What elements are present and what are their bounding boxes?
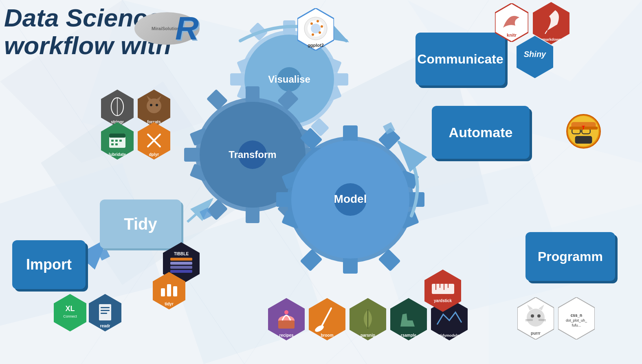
tidyr-hex: tidyr (153, 272, 185, 311)
svg-rect-25 (237, 57, 254, 73)
svg-rect-15 (283, 20, 295, 35)
svg-rect-93 (111, 140, 114, 142)
svg-point-162 (527, 309, 545, 327)
svg-point-76 (319, 31, 321, 34)
parsnip-hex: parsnip (350, 298, 386, 342)
dplyr-hex: dplyr (138, 122, 170, 161)
svg-text:Shiny: Shiny (524, 50, 546, 59)
svg-point-84 (147, 99, 161, 113)
drake-icon: T (566, 114, 601, 149)
svg-text:dplyr: dplyr (149, 152, 159, 157)
svg-text:ggplot2: ggplot2 (308, 43, 324, 48)
svg-text:readr: readr (100, 324, 110, 328)
tidy-box: Tidy (100, 200, 181, 248)
svg-point-165 (531, 314, 534, 318)
svg-text:T: T (582, 125, 585, 131)
svg-point-28 (277, 67, 301, 92)
svg-rect-38 (207, 199, 228, 220)
svg-rect-53 (300, 127, 322, 150)
svg-text:fufu...: fufu... (572, 323, 581, 327)
svg-point-166 (537, 314, 541, 318)
svg-rect-95 (119, 140, 122, 142)
svg-marker-66 (200, 208, 212, 220)
svg-rect-55 (398, 170, 419, 189)
svg-rect-17 (334, 73, 348, 86)
svg-text:lubridate: lubridate (109, 152, 126, 157)
programm-box: Programm (525, 232, 615, 281)
svg-rect-112 (173, 286, 177, 296)
svg-marker-68 (98, 248, 110, 261)
readr-hex: readr (89, 294, 121, 333)
svg-rect-36 (277, 199, 299, 220)
svg-text:TIBBLE: TIBBLE (174, 252, 189, 256)
svg-point-88 (156, 104, 158, 106)
svg-text:broom: broom (321, 333, 333, 338)
lubridate-hex: lubridate (101, 122, 134, 161)
svg-rect-49 (407, 192, 424, 207)
svg-rect-105 (170, 262, 192, 265)
communicate-box: Communicate (416, 33, 505, 86)
purrr-hex: purrr (517, 297, 554, 341)
svg-marker-67 (383, 122, 395, 134)
svg-rect-24 (324, 86, 342, 102)
svg-text:recipes: recipes (279, 333, 293, 338)
svg-rect-41 (189, 128, 209, 146)
svg-rect-18 (230, 73, 244, 86)
svg-point-44 (238, 140, 267, 169)
svg-rect-26 (237, 86, 254, 102)
svg-rect-111 (167, 284, 171, 296)
ggplot2-hex: ggplot2 (297, 8, 334, 52)
svg-rect-21 (249, 22, 268, 41)
svg-point-73 (310, 22, 313, 25)
svg-rect-118 (99, 304, 111, 320)
svg-rect-57 (281, 170, 303, 189)
shiny-hex: Shiny (517, 36, 553, 80)
svg-text:parsnip: parsnip (361, 333, 375, 338)
svg-point-74 (317, 20, 319, 22)
svg-rect-157 (575, 136, 592, 144)
svg-rect-97 (115, 143, 118, 145)
yardstick-hex: yardstick (424, 270, 461, 314)
svg-point-126 (284, 310, 288, 314)
svg-point-75 (321, 25, 323, 28)
svg-text:purrr: purrr (531, 331, 541, 335)
svg-text:XL: XL (65, 305, 75, 313)
svg-rect-119 (101, 307, 110, 308)
recipes-hex: recipes (268, 298, 305, 342)
r-logo: R (175, 10, 199, 47)
svg-text:Model: Model (334, 193, 367, 205)
svg-text:knitr: knitr (507, 33, 517, 37)
svg-text:Connect: Connect (63, 314, 77, 318)
svg-rect-33 (305, 148, 321, 162)
svg-rect-140 (432, 284, 454, 294)
svg-rect-16 (283, 124, 295, 138)
svg-point-43 (200, 102, 306, 208)
svg-text:css_n: css_n (571, 313, 582, 318)
import-box: Import (12, 240, 86, 289)
svg-rect-120 (101, 310, 110, 311)
svg-rect-22 (249, 118, 268, 136)
svg-rect-106 (170, 266, 192, 269)
svg-text:tidyr: tidyr (165, 302, 174, 306)
svg-rect-50 (276, 192, 293, 207)
svg-point-87 (150, 104, 152, 106)
svg-rect-94 (115, 140, 118, 142)
svg-rect-35 (277, 89, 299, 110)
glue-hex: css_n dot_plot_uh_ fufu... (558, 297, 595, 341)
automate-box: Automate (432, 106, 530, 159)
svg-rect-47 (343, 125, 358, 143)
svg-rect-58 (281, 210, 303, 229)
rsample-hex: rsample (390, 298, 427, 342)
svg-rect-92 (109, 134, 125, 138)
svg-point-60 (334, 183, 367, 216)
mirai-logo: MiraiSolutions R (134, 12, 200, 45)
svg-rect-104 (170, 258, 192, 261)
svg-rect-56 (398, 210, 419, 229)
broom-hex: broom (309, 298, 345, 342)
svg-text:yardstick: yardstick (434, 298, 452, 303)
svg-rect-23 (324, 57, 342, 73)
svg-rect-110 (161, 288, 165, 296)
svg-rect-121 (101, 313, 107, 314)
svg-rect-48 (343, 257, 358, 274)
svg-rect-39 (295, 128, 315, 146)
